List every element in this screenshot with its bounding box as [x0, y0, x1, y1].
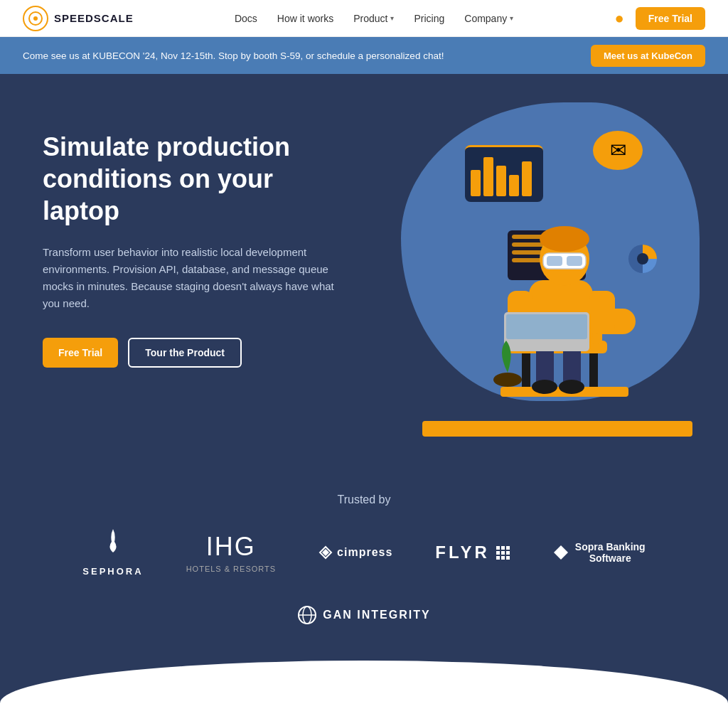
- envelope-icon: ✉: [610, 139, 626, 162]
- cimpress-icon: [318, 545, 333, 560]
- brand-name: SPEEDSCALE: [54, 12, 134, 24]
- video-section: ⚙ Debugging Broken API Calls with SpeedS…: [0, 703, 728, 721]
- foot-right: [559, 380, 584, 394]
- nav-pricing[interactable]: Pricing: [414, 13, 444, 24]
- float-envelope: ✉: [593, 131, 643, 170]
- ihg-logo: IHG HOTELS & RESORTS: [186, 532, 276, 573]
- hero-title: Simulate production conditions on your l…: [43, 131, 341, 227]
- nav-product[interactable]: Product ▾: [353, 13, 394, 24]
- hero-illustration: ✉ 🔧: [358, 88, 728, 458]
- sephora-logo: SEPHORA: [82, 528, 143, 577]
- hero-subtitle: Transform user behavior into realistic l…: [43, 244, 341, 312]
- sephora-icon: [106, 528, 120, 563]
- arm-right: [589, 291, 615, 333]
- svg-rect-10: [506, 556, 510, 560]
- trusted-label: Trusted by: [43, 493, 685, 506]
- sopra-logo: Sopra BankingSoftware: [552, 541, 646, 564]
- flyr-grid-icon: [496, 545, 510, 560]
- logo-inner: [28, 11, 43, 26]
- logo-icon: [23, 6, 48, 31]
- logo-dot: [33, 16, 38, 21]
- company-chevron-icon: ▾: [510, 14, 513, 22]
- nav-right: ● Free Trial: [614, 7, 705, 30]
- announcement-bar: Come see us at KUBECON '24, Nov 12-15th.…: [0, 37, 728, 74]
- chair-leg-right: [589, 348, 598, 390]
- ihg-text: IHG: [206, 532, 256, 562]
- nav-how-it-works[interactable]: How it works: [277, 13, 333, 24]
- plant-pot: [493, 373, 522, 387]
- trusted-section: Trusted by SEPHORA IHG HOTELS & RESORTS …: [0, 472, 728, 661]
- cimpress-text: cimpress: [337, 546, 392, 559]
- hero-section: Simulate production conditions on your l…: [0, 74, 728, 472]
- hero-buttons: Free Trial Tour the Product: [43, 338, 341, 368]
- svg-rect-9: [501, 556, 505, 560]
- kubecon-button[interactable]: Meet us at KubeCon: [591, 45, 705, 67]
- ihg-sub: HOTELS & RESORTS: [186, 565, 276, 573]
- hero-tour-button[interactable]: Tour the Product: [128, 338, 242, 368]
- svg-rect-4: [506, 546, 510, 550]
- flyr-logo: FLYR: [435, 543, 509, 562]
- nav-free-trial-button[interactable]: Free Trial: [636, 7, 705, 30]
- user-icon[interactable]: ●: [614, 9, 623, 28]
- logo[interactable]: SPEEDSCALE: [23, 6, 134, 31]
- sephora-text: SEPHORA: [82, 566, 143, 577]
- laptop-screen: [506, 314, 587, 339]
- svg-rect-5: [496, 551, 500, 555]
- trusted-logos: SEPHORA IHG HOTELS & RESORTS cimpress FL…: [43, 528, 685, 625]
- svg-rect-7: [506, 551, 510, 555]
- sopra-icon: [552, 544, 569, 561]
- hero-content: Simulate production conditions on your l…: [43, 117, 341, 368]
- goggle-right: [567, 256, 582, 266]
- flyr-text: FLYR: [435, 543, 489, 562]
- product-chevron-icon: ▾: [390, 14, 394, 22]
- hero-free-trial-button[interactable]: Free Trial: [43, 338, 118, 368]
- sopra-text: Sopra BankingSoftware: [575, 541, 646, 564]
- gan-icon: [297, 605, 317, 625]
- cimpress-logo: cimpress: [318, 545, 392, 560]
- gan-text: GAN INTEGRITY: [323, 609, 430, 621]
- goggle-left: [547, 256, 562, 266]
- wave-divider: [0, 661, 728, 703]
- announcement-text: Come see us at KUBECON '24, Nov 12-15th.…: [23, 50, 444, 61]
- gan-logo: GAN INTEGRITY: [297, 605, 430, 625]
- nav-links: Docs How it works Product ▾ Pricing Comp…: [235, 13, 513, 24]
- nav-docs[interactable]: Docs: [235, 13, 257, 24]
- hair: [540, 226, 589, 252]
- svg-rect-2: [496, 546, 500, 550]
- svg-rect-3: [501, 546, 505, 550]
- navbar: SPEEDSCALE Docs How it works Product ▾ P…: [0, 0, 728, 37]
- foot-left: [532, 380, 557, 394]
- chair-leg-left: [522, 348, 530, 390]
- svg-rect-6: [501, 551, 505, 555]
- nav-company[interactable]: Company ▾: [464, 13, 513, 24]
- svg-marker-11: [554, 545, 568, 560]
- person-illustration: [458, 188, 671, 429]
- svg-rect-8: [496, 556, 500, 560]
